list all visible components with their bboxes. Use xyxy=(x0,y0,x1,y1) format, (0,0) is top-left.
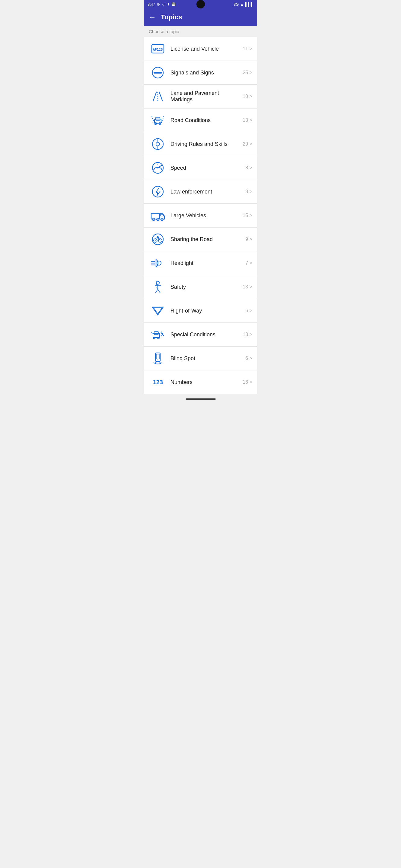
special-icon xyxy=(149,327,167,342)
speed-icon xyxy=(149,160,167,176)
network-label: 3G xyxy=(233,2,239,7)
topic-item-signals-signs[interactable]: Signals and Signs 25 > xyxy=(144,61,257,85)
yield-icon xyxy=(149,303,167,318)
topic-item-lane-pavement[interactable]: Lane and Pavement Markings 10 > xyxy=(144,85,257,108)
topic-count: 25 > xyxy=(242,70,252,75)
svg-point-14 xyxy=(156,142,160,146)
signal-icon: ▲ xyxy=(240,2,244,7)
topic-item-driving-rules[interactable]: Driving Rules and Skills 29 > xyxy=(144,132,257,156)
svg-line-46 xyxy=(155,289,158,293)
page-title: Topics xyxy=(161,13,182,21)
topic-item-road-conditions[interactable]: Road Conditions 13 > xyxy=(144,108,257,132)
law-icon xyxy=(149,184,167,199)
truck-icon xyxy=(149,208,167,223)
battery-icon: ▌▌▌ xyxy=(245,2,254,7)
topic-count: 29 > xyxy=(242,141,252,147)
svg-line-57 xyxy=(161,335,162,336)
topic-label: Blind Spot xyxy=(170,355,243,362)
status-right: 3G ▲ ▌▌▌ xyxy=(233,2,254,7)
topic-label: Signals and Signs xyxy=(170,70,240,76)
sd-icon: 💾 xyxy=(171,2,176,6)
topic-label: Headlight xyxy=(170,260,243,267)
topic-label: Large Vehicles xyxy=(170,213,240,219)
numbers-icon: 123 xyxy=(149,375,167,390)
svg-rect-3 xyxy=(153,72,162,73)
topic-count: 16 > xyxy=(242,379,252,385)
topic-label: Lane and Pavement Markings xyxy=(170,90,240,103)
time-display: 3:47 xyxy=(147,2,155,7)
headlight-icon xyxy=(149,255,167,271)
driving-icon xyxy=(149,136,167,152)
topic-item-law-enforcement[interactable]: Law enforcement 3 > xyxy=(144,180,257,204)
download-icon: ⬇ xyxy=(167,2,170,6)
topic-count: 13 > xyxy=(242,118,252,123)
svg-line-4 xyxy=(153,92,156,101)
topic-count: 7 > xyxy=(245,260,252,266)
safety-icon xyxy=(149,279,167,294)
svg-point-21 xyxy=(157,167,159,168)
topic-label: Road Conditions xyxy=(170,117,240,124)
topic-count: 13 > xyxy=(242,332,252,337)
svg-line-54 xyxy=(151,332,152,334)
topic-label: Sharing the Road xyxy=(170,236,243,243)
topic-count: 6 > xyxy=(245,308,252,313)
topic-item-numbers[interactable]: 123 Numbers 16 > xyxy=(144,370,257,394)
camera-notch xyxy=(196,0,205,8)
back-button[interactable]: ← xyxy=(149,13,156,21)
svg-text:AP123: AP123 xyxy=(153,48,163,52)
home-indicator xyxy=(185,398,216,400)
topic-label: License and Vehicle xyxy=(170,46,240,52)
topic-item-right-of-way[interactable]: Right-of-Way 6 > xyxy=(144,299,257,323)
topic-label: Special Conditions xyxy=(170,332,240,338)
topic-count: 9 > xyxy=(245,237,252,242)
topic-count: 13 > xyxy=(242,284,252,290)
topics-list: AP123 License and Vehicle 11 > Signals a… xyxy=(144,37,257,394)
topic-item-headlight[interactable]: Headlight 7 > xyxy=(144,251,257,275)
svg-rect-60 xyxy=(156,354,159,359)
road-icon xyxy=(149,113,167,128)
svg-point-43 xyxy=(156,281,159,284)
lane-icon xyxy=(149,89,167,104)
topic-label: Numbers xyxy=(170,379,240,385)
topic-count: 6 > xyxy=(245,355,252,361)
topic-label: Safety xyxy=(170,284,240,290)
topic-item-large-vehicles[interactable]: Large Vehicles 15 > xyxy=(144,204,257,227)
topic-count: 8 > xyxy=(245,165,252,170)
topic-label: Driving Rules and Skills xyxy=(170,141,240,147)
svg-line-55 xyxy=(161,332,162,333)
bottom-bar xyxy=(144,394,257,404)
svg-point-42 xyxy=(157,261,161,265)
topic-count: 15 > xyxy=(242,213,252,218)
license-icon: AP123 xyxy=(149,41,167,56)
topic-item-safety[interactable]: Safety 13 > xyxy=(144,275,257,299)
topic-item-sharing-road[interactable]: Sharing the Road 9 > xyxy=(144,227,257,251)
page-subtitle: Choose a topic xyxy=(144,26,257,37)
topic-count: 3 > xyxy=(245,189,252,194)
svg-point-37 xyxy=(157,236,159,238)
topic-item-speed[interactable]: Speed 8 > xyxy=(144,156,257,180)
sharing-icon xyxy=(149,232,167,247)
shield-icon: 🛡 xyxy=(162,2,166,7)
status-bar: 3:47 ⚙ 🛡 ⬇ 💾 3G ▲ ▌▌▌ xyxy=(144,0,257,8)
topic-count: 10 > xyxy=(242,94,252,99)
app-header: ← Topics xyxy=(144,8,257,26)
topic-item-blind-spot[interactable]: Blind Spot 6 > xyxy=(144,347,257,370)
blindspot-icon xyxy=(149,351,167,366)
svg-line-6 xyxy=(159,92,163,101)
topic-item-special-conditions[interactable]: Special Conditions 13 > xyxy=(144,323,257,347)
topic-count: 11 > xyxy=(242,46,252,52)
svg-line-47 xyxy=(158,289,160,293)
topic-item-license-vehicle[interactable]: AP123 License and Vehicle 11 > xyxy=(144,37,257,61)
signals-icon xyxy=(149,65,167,80)
topic-label: Law enforcement xyxy=(170,189,243,195)
topic-label: Right-of-Way xyxy=(170,308,243,314)
svg-point-61 xyxy=(157,360,159,361)
topic-label: Speed xyxy=(170,165,243,171)
settings-icon: ⚙ xyxy=(156,2,160,7)
status-time: 3:47 ⚙ 🛡 ⬇ 💾 xyxy=(147,2,176,7)
svg-point-25 xyxy=(152,186,163,197)
